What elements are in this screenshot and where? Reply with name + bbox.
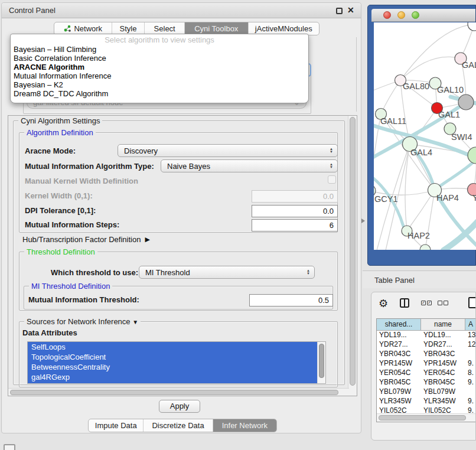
mi-threshold-input[interactable]: 0.5 [249, 294, 333, 306]
group-title: Algorithm Definition [24, 128, 96, 137]
table-header-row: shared... name A [377, 319, 476, 331]
panel-splitter-arrow[interactable] [361, 219, 365, 223]
dropdown-item[interactable]: Dream8 DC_TDC Algorithm [11, 89, 308, 98]
node-label: GAL10 [437, 85, 464, 94]
dpi-tolerance-input[interactable]: 0.0 [252, 205, 338, 217]
node-gray[interactable] [458, 94, 474, 110]
combo-stepper-icon: ▲▼ [330, 148, 333, 154]
network-canvas[interactable]: GAL GAL80 GAL10 GAL1 GAL11 SWI4 GAL4 GCY… [374, 22, 476, 250]
collapsed-arrow-icon: ▶ [145, 236, 149, 243]
sources-title[interactable]: Sources for Network Inference ▼ [24, 317, 141, 326]
combo-stepper-icon: ▲▼ [307, 269, 310, 275]
node-label: HAP4 [436, 193, 459, 203]
selected-attributes-block: SelfLoops TopologicalCoefficient Between… [28, 342, 317, 383]
dropdown-item[interactable]: Basic Correlation Inference [11, 54, 308, 63]
expanded-arrow-icon: ▼ [132, 319, 138, 325]
dropdown-items: Bayesian – Hill Climbing Basic Correlati… [11, 45, 308, 98]
tab-jactivemnodules[interactable]: jActiveMNodules [249, 22, 319, 35]
panel-edge-fragment [356, 37, 357, 112]
node-unlabeled-top[interactable] [468, 22, 476, 31]
minimize-traffic-light-icon[interactable] [397, 11, 405, 19]
attribute-item[interactable]: gal4RGexp [28, 372, 317, 382]
data-attributes-label: Data Attributes [22, 328, 77, 337]
group-title: MI Threshold Definition [29, 282, 112, 291]
node-table: shared... name A YDL19...YDL19...13 YDR2… [376, 318, 476, 422]
table-row[interactable]: YDR27...YDR27...12 [377, 340, 476, 350]
network-view-window: GAL GAL80 GAL10 GAL1 GAL11 SWI4 GAL4 GCY… [367, 5, 476, 266]
attribute-item[interactable]: BetweennessCentrality [28, 362, 317, 372]
table-row[interactable]: YDL19...YDL19...13 [377, 331, 476, 340]
field-value: 0.5 [318, 296, 329, 305]
field-value: 0.0 [323, 207, 334, 216]
node-bottom-cut[interactable] [420, 244, 431, 250]
network-icon [63, 25, 71, 32]
dropdown-item[interactable]: Mutual Information Inference [11, 71, 308, 80]
deselect-all-checks-icon[interactable] [438, 301, 448, 305]
column-header-shared-name[interactable]: shared... [377, 319, 421, 331]
attribute-item[interactable]: SelfLoops [28, 342, 317, 352]
tab-cyni-toolbox[interactable]: Cyni Toolbox [185, 22, 249, 35]
node-swi4[interactable] [468, 147, 476, 164]
settings-horizontal-scrollbar[interactable] [8, 388, 349, 396]
mi-algorithm-type-combo[interactable]: Naive Bayes ▲▼ [161, 159, 338, 172]
tab-infer-network[interactable]: Infer Network [213, 419, 276, 432]
kernel-width-input[interactable]: 0.0 [252, 190, 338, 203]
gear-icon[interactable]: ⚙ [379, 297, 388, 310]
split-columns-icon[interactable] [400, 298, 409, 308]
aracne-mode-combo[interactable]: Discovery ▲▼ [118, 144, 338, 157]
combo-stepper-icon: ▲▼ [330, 163, 333, 169]
table-body: YDL19...YDL19...13 YDR27...YDR27...12 YB… [377, 331, 476, 415]
column-header-name[interactable]: name [421, 319, 465, 331]
page-icon[interactable] [468, 297, 476, 308]
expander-label: Hub/Transcription Factor Definition [22, 235, 141, 244]
dropdown-item[interactable]: Bayesian – Hill Climbing [11, 45, 308, 54]
close-traffic-light-icon[interactable] [383, 11, 391, 19]
hub-transcription-expander[interactable]: Hub/Transcription Factor Definition ▶ [22, 235, 150, 244]
tab-label: Impute Data [95, 421, 137, 430]
settings-vertical-scrollbar[interactable] [348, 116, 357, 396]
table-row[interactable]: YLR345WYLR345W9. [377, 397, 476, 406]
tab-label: Cyni Toolbox [194, 24, 238, 33]
tab-select[interactable]: Select [145, 22, 185, 35]
table-horizontal-scrollbar[interactable] [377, 413, 476, 422]
node-label: GAL [462, 60, 476, 70]
table-row[interactable]: YER054CYER054C8. [377, 369, 476, 378]
float-panel-icon[interactable] [336, 8, 343, 14]
tab-network[interactable]: Network [54, 22, 112, 35]
mi-algorithm-type-label: Mutual Information Algorithm Type: [25, 162, 154, 171]
dropdown-item[interactable]: Bayesian – K2 [11, 80, 308, 89]
tab-label: jActiveMNodules [255, 24, 312, 33]
apply-button[interactable]: Apply [159, 400, 200, 413]
table-row[interactable]: YBL079WYBL079W [377, 387, 476, 397]
attributes-scrollbar[interactable] [317, 342, 325, 383]
column-header-cut[interactable]: A [465, 319, 476, 331]
manual-kernel-checkbox[interactable] [328, 175, 336, 184]
tab-label: Select [154, 24, 175, 33]
mi-threshold-label: Mutual Information Threshold: [28, 295, 139, 304]
cyni-bottom-tabs: Impute Data Discretize Data Infer Networ… [88, 419, 277, 432]
attribute-item[interactable]: TopologicalCoefficient [28, 352, 317, 362]
which-threshold-combo[interactable]: MI Threshold ▲▼ [139, 266, 315, 279]
table-row[interactable]: YPR145WYPR145W9. [377, 359, 476, 369]
control-panel-window: Control Panel ✕ Network Style Select [1, 2, 361, 433]
tab-style[interactable]: Style [112, 22, 145, 35]
close-icon[interactable]: ✕ [347, 5, 354, 15]
combo-value: Discovery [124, 146, 158, 155]
mi-steps-label: Mutual Information Steps: [25, 220, 119, 229]
tab-discretize-data[interactable]: Discretize Data [144, 419, 213, 432]
aracne-mode-label: Aracne Mode: [25, 146, 76, 155]
field-value: 6 [330, 221, 334, 230]
node-label: GAL4 [410, 148, 432, 157]
select-all-checks-icon[interactable]: ✓✓ [421, 301, 432, 305]
network-window-titlebar [371, 9, 475, 22]
dropdown-item-selected[interactable]: ARACNE Algorithm [11, 63, 308, 71]
mi-steps-input[interactable]: 6 [252, 219, 338, 231]
docked-panel-icon[interactable] [4, 444, 15, 450]
tab-label: Style [119, 24, 136, 33]
table-row[interactable]: YBR043CYBR043C [377, 350, 476, 359]
table-row[interactable]: YBR045CYBR045C9. [377, 378, 476, 387]
tab-impute-data[interactable]: Impute Data [89, 419, 144, 432]
zoom-traffic-light-icon[interactable] [412, 11, 419, 19]
node-label: GAL1 [438, 110, 460, 119]
table-panel-container: ⚙ ✓✓ shared... name A YDL19...YDL19...13 [371, 292, 476, 441]
